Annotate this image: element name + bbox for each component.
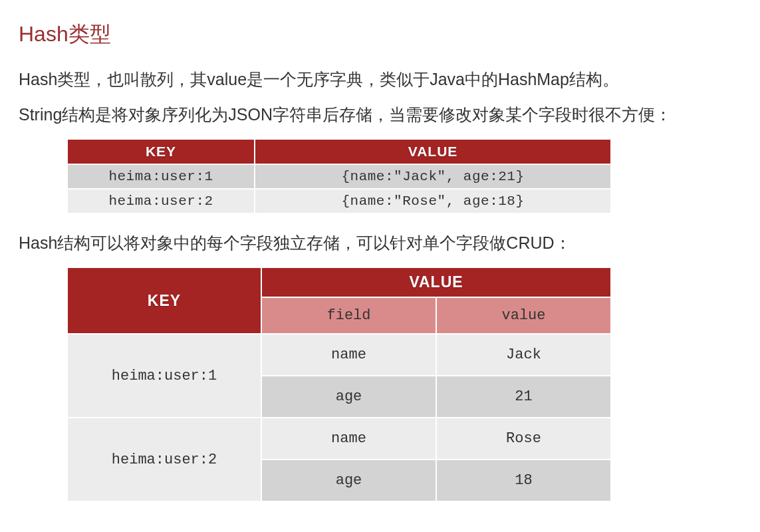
string-structure-table: KEY VALUE heima:user:1 {name:"Jack", age… bbox=[66, 138, 612, 214]
table-row: heima:user:2 name Rose bbox=[68, 418, 610, 459]
table-row: heima:user:2 {name:"Rose", age:18} bbox=[68, 190, 610, 213]
table-row: heima:user:1 {name:"Jack", age:21} bbox=[68, 165, 610, 188]
table2-header-key: KEY bbox=[68, 268, 261, 333]
table2-value-cell: Rose bbox=[437, 418, 610, 459]
table1-cell: {name:"Jack", age:21} bbox=[255, 165, 610, 188]
table-row: heima:user:1 name Jack bbox=[68, 334, 610, 375]
table1-header-key: KEY bbox=[68, 140, 254, 164]
table2-header-value: VALUE bbox=[262, 268, 610, 297]
table2-value-cell: 18 bbox=[437, 460, 610, 501]
paragraph-hash: Hash结构可以将对象中的每个字段独立存储，可以针对单个字段做CRUD： bbox=[19, 231, 741, 255]
table1-cell: {name:"Rose", age:18} bbox=[255, 190, 610, 213]
hash-structure-table: KEY VALUE field value heima:user:1 name … bbox=[66, 267, 612, 502]
table2-field-cell: age bbox=[262, 376, 436, 417]
table1-header-value: VALUE bbox=[255, 140, 610, 164]
table2-field-cell: age bbox=[262, 460, 436, 501]
table2-field-cell: name bbox=[262, 334, 436, 375]
table2-subheader-value: value bbox=[437, 298, 610, 333]
table2-field-cell: name bbox=[262, 418, 436, 459]
paragraph-intro: Hash类型，也叫散列，其value是一个无序字典，类似于Java中的HashM… bbox=[19, 68, 741, 91]
table2-key-cell: heima:user:2 bbox=[68, 418, 261, 501]
page-title: Hash类型 bbox=[19, 20, 741, 49]
table2-value-cell: 21 bbox=[437, 376, 610, 417]
table2-subheader-field: field bbox=[262, 298, 436, 333]
paragraph-string: String结构是将对象序列化为JSON字符串后存储，当需要修改对象某个字段时很… bbox=[19, 103, 741, 126]
table1-cell: heima:user:1 bbox=[68, 165, 254, 188]
table2-value-cell: Jack bbox=[437, 334, 610, 375]
table2-key-cell: heima:user:1 bbox=[68, 334, 261, 417]
table1-cell: heima:user:2 bbox=[68, 190, 254, 213]
